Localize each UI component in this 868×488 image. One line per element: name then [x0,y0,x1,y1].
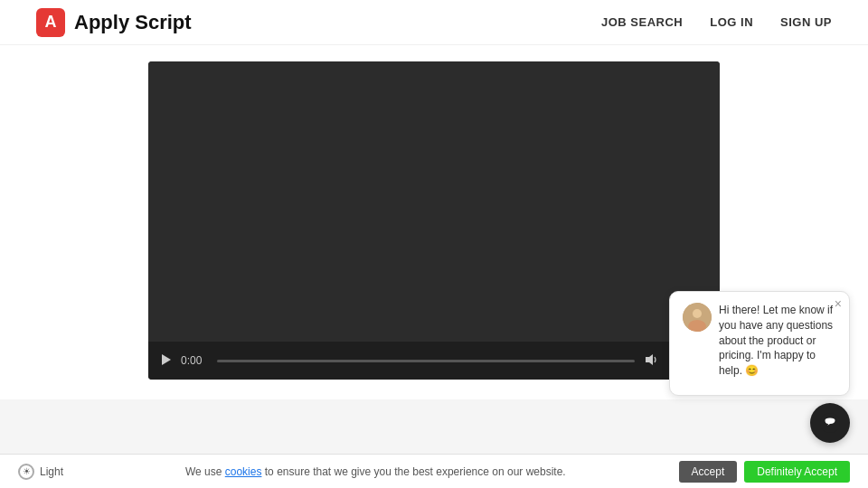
light-label: Light [40,465,63,478]
definitely-accept-button[interactable]: Definitely Accept [744,461,850,483]
nav-links: JOB SEARCH LOG IN SIGN UP [601,15,832,29]
header: A Apply Script JOB SEARCH LOG IN SIGN UP [0,0,868,45]
cookie-text-before: We use [185,465,225,478]
progress-bar[interactable] [217,360,635,362]
cookie-text-after: to ensure that we give you the best expe… [261,465,565,478]
chat-avatar-row: Hi there! Let me know if you have any qu… [683,303,836,379]
logo-icon: A [36,8,65,37]
video-controls: 0:00 [148,342,720,380]
log-in-link[interactable]: LOG IN [710,15,753,29]
chat-bubble: × Hi there! Let me know if you have any … [669,291,850,396]
sun-icon: ☀ [18,464,34,480]
chat-message: Hi there! Let me know if you have any qu… [719,303,836,379]
svg-marker-0 [162,354,171,365]
accept-button[interactable]: Accept [679,461,738,483]
svg-marker-1 [646,354,653,365]
time-display: 0:00 [181,354,208,367]
sign-up-link[interactable]: SIGN UP [780,15,832,29]
volume-icon[interactable] [644,352,658,370]
cookie-link[interactable]: cookies [225,465,262,478]
chat-open-button[interactable] [810,403,850,443]
play-button[interactable] [159,353,172,369]
video-player: 0:00 [148,61,720,380]
job-search-link[interactable]: JOB SEARCH [601,15,683,29]
video-area [148,61,720,342]
logo-area: A Apply Script [36,8,192,37]
cookie-text: We use cookies to ensure that we give yo… [80,465,672,478]
light-toggle[interactable]: ☀ Light [18,464,63,480]
app-name: Apply Script [74,11,192,34]
chat-close-button[interactable]: × [835,297,842,310]
cookie-banner: ☀ Light We use cookies to ensure that we… [0,454,868,488]
avatar [683,303,712,332]
chat-widget: × Hi there! Let me know if you have any … [669,291,850,443]
svg-point-6 [693,309,702,318]
